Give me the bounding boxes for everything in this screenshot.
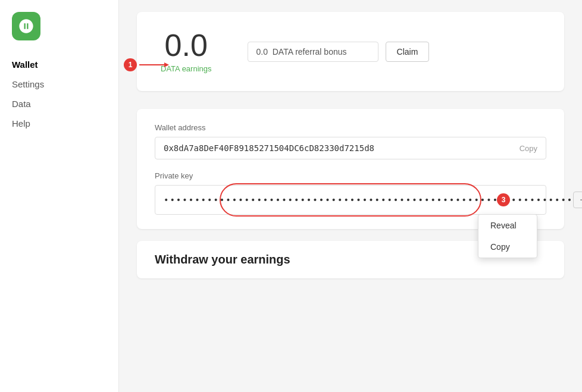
sidebar-item-data[interactable]: Data: [0, 94, 118, 114]
private-key-section: Private key ••••••••••••••••••••••••••••…: [155, 171, 546, 215]
private-key-row: ••••••••••••••••••••••••••••••••••••••••…: [155, 185, 546, 215]
private-key-dots: ••••••••••••••••••••••••••••••••••••••••…: [164, 195, 573, 205]
sidebar-nav: Wallet 1 Settings Data Help: [0, 55, 118, 133]
copy-option[interactable]: Copy: [478, 236, 537, 258]
sidebar-item-help[interactable]: Help: [0, 114, 118, 133]
reveal-option[interactable]: Reveal: [478, 215, 537, 236]
earnings-value: 0.0: [165, 30, 208, 61]
wallet-address-section: Wallet address 0x8dA7a8DeF40F89185271504…: [137, 109, 564, 229]
referral-input[interactable]: [248, 42, 378, 62]
wallet-address-row: 0x8dA7a8DeF40F89185271504DC6cD82330d7215…: [155, 137, 546, 159]
withdraw-title: Withdraw your earnings: [155, 253, 290, 266]
sidebar: Wallet 1 Settings Data Help: [0, 0, 119, 392]
wallet-address-label: Wallet address: [155, 123, 546, 132]
wallet-address-text: 0x8dA7a8DeF40F89185271504DC6cD82330d7215…: [164, 143, 520, 153]
sidebar-item-wallet[interactable]: Wallet 1: [0, 55, 118, 74]
private-key-dropdown: Reveal Copy: [478, 214, 537, 258]
earnings-label: DATA earnings: [161, 64, 212, 73]
main-content: 0.0 DATA earnings Claim Wallet address 0…: [119, 0, 582, 392]
private-key-menu-button[interactable]: ···: [573, 192, 582, 208]
app-logo: [12, 12, 40, 40]
referral-block: Claim: [248, 42, 430, 62]
earnings-block: 0.0 DATA earnings: [161, 30, 212, 73]
earnings-card: 0.0 DATA earnings Claim: [137, 12, 564, 91]
private-key-label: Private key: [155, 171, 546, 180]
sidebar-item-settings[interactable]: Settings: [0, 74, 118, 94]
claim-button[interactable]: Claim: [386, 42, 430, 62]
wallet-copy-link[interactable]: Copy: [520, 144, 537, 153]
